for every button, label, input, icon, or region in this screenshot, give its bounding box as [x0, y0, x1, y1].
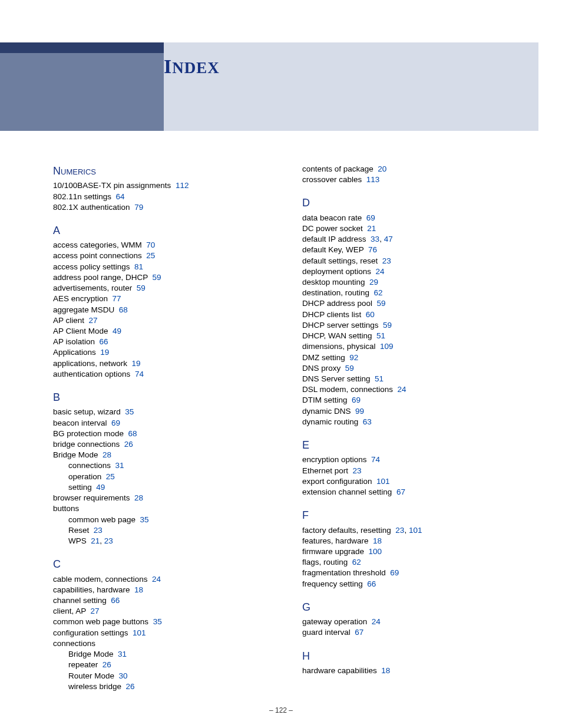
page-link[interactable]: 101	[409, 526, 422, 535]
page-link[interactable]: 33	[371, 235, 379, 243]
page-link[interactable]: 26	[103, 660, 111, 669]
page-link[interactable]: 101	[133, 628, 146, 637]
index-entry-text: Reset	[68, 526, 89, 535]
page-link[interactable]: 69	[390, 568, 399, 577]
page-link[interactable]: 64	[116, 192, 125, 201]
page-link[interactable]: 59	[383, 321, 392, 330]
page-link[interactable]: 51	[376, 331, 385, 340]
index-entry: advertisements, router 59	[53, 283, 288, 294]
page-link[interactable]: 25	[106, 472, 115, 481]
page-link[interactable]: 31	[118, 650, 127, 658]
page-link[interactable]: 35	[140, 515, 149, 524]
index-subentry: Router Mode 30	[53, 671, 288, 681]
page-link[interactable]: 60	[366, 310, 375, 319]
page-link[interactable]: 68	[128, 429, 137, 438]
page-link[interactable]: 28	[134, 493, 143, 502]
page-link[interactable]: 66	[100, 337, 108, 346]
page-link[interactable]: 109	[380, 342, 394, 351]
page-link[interactable]: 28	[103, 450, 111, 459]
page-link[interactable]: 62	[374, 288, 383, 297]
page-link[interactable]: 112	[176, 181, 189, 190]
page-link[interactable]: 20	[378, 164, 386, 173]
page-link[interactable]: 24	[152, 575, 161, 584]
section-heading-initial: G	[302, 601, 310, 613]
page-link[interactable]: 69	[352, 396, 361, 404]
index-entry: deployment options 24	[302, 266, 537, 277]
page-link[interactable]: 30	[119, 671, 128, 680]
index-entry-text: DHCP, WAN setting	[302, 331, 372, 340]
page-link[interactable]: 25	[146, 251, 155, 260]
page-link[interactable]: 18	[381, 666, 390, 675]
index-entry: encryption options 74	[302, 454, 537, 465]
page-link[interactable]: 47	[384, 235, 393, 243]
page-link[interactable]: 92	[349, 353, 358, 362]
page-link[interactable]: 62	[352, 558, 361, 566]
index-subentry: setting 49	[53, 482, 288, 493]
index-subentry: Bridge Mode 31	[53, 649, 288, 660]
index-entry-text: DMZ setting	[302, 353, 345, 362]
page-link[interactable]: 69	[111, 419, 120, 427]
page-link[interactable]: 113	[366, 175, 380, 184]
page-link[interactable]: 67	[396, 487, 405, 496]
page-link[interactable]: 99	[355, 407, 364, 416]
page-link[interactable]: 19	[132, 359, 141, 368]
page-link[interactable]: 59	[345, 364, 354, 373]
page-link[interactable]: 66	[367, 579, 376, 588]
page-link[interactable]: 23	[382, 256, 391, 265]
page-link[interactable]: 26	[126, 682, 135, 691]
index-entry-text: features, hardware	[302, 536, 369, 545]
page-link[interactable]: 23	[94, 526, 103, 535]
page-link[interactable]: 59	[153, 273, 161, 282]
page-link[interactable]: 59	[137, 284, 146, 292]
section-heading-initial: B	[53, 391, 60, 403]
page-link[interactable]: 24	[376, 267, 385, 276]
page-link[interactable]: 63	[363, 417, 372, 426]
page-link[interactable]: 27	[91, 607, 100, 615]
page-link[interactable]: 101	[376, 477, 390, 486]
page-link[interactable]: 21	[91, 536, 100, 545]
page-link[interactable]: 18	[373, 536, 382, 545]
page-link[interactable]: 100	[369, 547, 382, 556]
index-entry-text: connections	[68, 461, 111, 470]
page-link[interactable]: 23	[395, 526, 404, 535]
page-link[interactable]: 81	[134, 262, 143, 271]
page-link[interactable]: 21	[367, 224, 376, 233]
index-entry: channel setting 66	[53, 595, 288, 606]
page-number-value: 122	[275, 706, 287, 714]
section-heading: D	[302, 196, 537, 210]
page-link[interactable]: 27	[89, 316, 98, 325]
index-subentry: common web page 35	[53, 515, 288, 525]
index-entry-text: deployment options	[302, 267, 371, 276]
index-entry-text: AP client	[53, 316, 84, 325]
page-link[interactable]: 69	[366, 213, 375, 222]
page-link[interactable]: 26	[124, 440, 133, 449]
page-link[interactable]: 79	[134, 203, 143, 212]
page-link[interactable]: 74	[135, 370, 144, 378]
page-link[interactable]: 66	[111, 596, 120, 605]
page-link[interactable]: 59	[377, 299, 386, 308]
page-link[interactable]: 29	[369, 278, 378, 286]
page-link[interactable]: 23	[353, 466, 362, 475]
page-link[interactable]: 19	[100, 348, 109, 357]
page-link[interactable]: 76	[368, 245, 377, 254]
page-link[interactable]: 51	[375, 374, 384, 383]
page-link[interactable]: 49	[113, 327, 121, 335]
page-link[interactable]: 18	[134, 585, 143, 594]
page-link[interactable]: 24	[398, 385, 406, 394]
index-subentry: Reset 23	[53, 525, 288, 536]
index-entry-text: export configuration	[302, 477, 372, 486]
page-link[interactable]: 70	[146, 241, 155, 249]
page-link[interactable]: 35	[125, 407, 134, 416]
page-link[interactable]: 49	[96, 483, 105, 492]
page-link[interactable]: 23	[104, 536, 113, 545]
index-entry-text: access point connections	[53, 251, 142, 260]
index-entry-text: Bridge Mode	[68, 650, 114, 658]
page-link[interactable]: 68	[119, 305, 128, 314]
page-link[interactable]: 74	[371, 455, 380, 464]
page-link[interactable]: 35	[153, 617, 162, 626]
page-link[interactable]: 24	[372, 617, 381, 626]
page-link[interactable]: 67	[355, 628, 363, 637]
page-link[interactable]: 77	[113, 294, 121, 303]
index-entry-text: guard interval	[302, 628, 351, 637]
page-link[interactable]: 31	[115, 461, 124, 470]
